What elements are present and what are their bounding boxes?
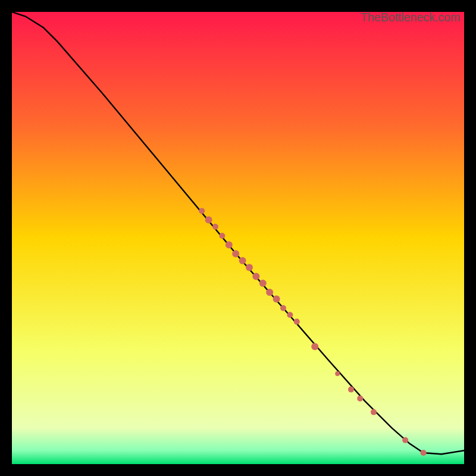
data-point bbox=[294, 319, 300, 325]
chart-frame: TheBottleneck.com bbox=[0, 0, 476, 476]
data-point bbox=[421, 450, 427, 456]
data-point bbox=[266, 289, 273, 296]
data-point bbox=[402, 437, 408, 443]
data-point bbox=[371, 409, 377, 415]
watermark-text: TheBottleneck.com bbox=[361, 11, 461, 24]
data-point bbox=[357, 396, 363, 402]
data-point bbox=[219, 233, 225, 239]
data-point bbox=[205, 217, 212, 224]
data-point bbox=[287, 312, 293, 318]
chart-svg bbox=[12, 12, 464, 464]
data-point bbox=[226, 241, 233, 248]
data-point bbox=[280, 305, 286, 311]
chart-background bbox=[12, 12, 464, 464]
data-point bbox=[311, 343, 318, 350]
data-point bbox=[259, 280, 267, 287]
data-point bbox=[199, 208, 205, 214]
data-point bbox=[335, 371, 340, 376]
data-point bbox=[212, 224, 218, 230]
data-point bbox=[239, 257, 246, 264]
data-point bbox=[232, 250, 239, 258]
data-point bbox=[348, 387, 354, 393]
plot-area: TheBottleneck.com bbox=[12, 12, 464, 464]
data-point bbox=[273, 296, 280, 303]
data-point bbox=[252, 273, 259, 280]
data-point bbox=[246, 264, 253, 271]
